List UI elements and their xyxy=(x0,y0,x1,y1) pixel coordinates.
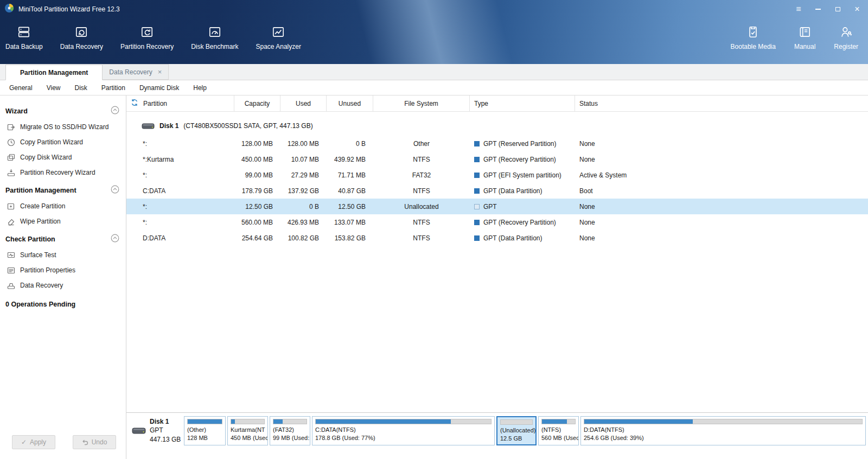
menu-disk[interactable]: Disk xyxy=(68,80,94,95)
disk-header-row[interactable]: Disk 1 (CT480BX500SSD1 SATA, GPT, 447.13… xyxy=(126,116,868,136)
table-row[interactable]: *: 99.00 MB 27.29 MB 71.71 MB FAT32 GPT … xyxy=(126,167,868,183)
register-label: Register xyxy=(834,43,858,50)
disk-map-label: Disk 1 GPT 447.13 GB xyxy=(129,417,184,444)
sidebar-item-surface-test[interactable]: Surface Test xyxy=(0,247,126,263)
menubar: General View Disk Partition Dynamic Disk… xyxy=(0,80,868,95)
menu-general[interactable]: General xyxy=(2,80,40,95)
column-used: Used xyxy=(280,95,327,111)
wipe-partition-icon xyxy=(7,218,15,226)
disk-icon xyxy=(132,426,146,435)
sidebar-item-create-partition[interactable]: Create Partition xyxy=(0,199,126,214)
undo-button[interactable]: Undo xyxy=(73,435,116,449)
app-window: MiniTool Partition Wizard Free 12.3 ≡ × xyxy=(0,0,868,459)
toolbar-left: Data Backup Data Recovery xyxy=(3,22,303,53)
table-row-selected[interactable]: *: 12.50 GB 0 B 12.50 GB Unallocated GPT… xyxy=(126,199,868,214)
partition-type-icon xyxy=(474,157,480,162)
sidebar-item-data-recovery[interactable]: Data Recovery xyxy=(0,278,126,293)
titlebar: MiniTool Partition Wizard Free 12.3 ≡ × xyxy=(0,0,868,18)
table-row[interactable]: D:DATA 254.64 GB 100.82 GB 153.82 GB NTF… xyxy=(126,230,868,246)
tab-partition-management[interactable]: Partition Management xyxy=(5,65,103,80)
partition-block-fat32[interactable]: (FAT32) 99 MB (Used: xyxy=(270,416,310,445)
sidebar-item-copy-disk-wizard[interactable]: Copy Disk Wizard xyxy=(0,150,126,165)
header: MiniTool Partition Wizard Free 12.3 ≡ × xyxy=(0,0,868,64)
partition-type-icon xyxy=(474,220,480,225)
column-unused: Unused xyxy=(327,95,373,111)
apply-button[interactable]: ✓ Apply xyxy=(12,435,55,449)
copy-partition-icon xyxy=(7,138,15,146)
surface-test-icon xyxy=(7,251,15,259)
column-capacity: Capacity xyxy=(234,95,280,111)
sidebar-item-wipe-partition[interactable]: Wipe Partition xyxy=(0,214,126,229)
tab-data-recovery[interactable]: Data Recovery × xyxy=(103,64,169,80)
data-recovery-button[interactable]: Data Recovery xyxy=(58,22,105,53)
tab-label: Data Recovery xyxy=(109,68,152,76)
bootable-media-label: Bootable Media xyxy=(731,43,776,50)
apply-check-icon: ✓ xyxy=(21,438,27,446)
sidebar-item-partition-properties[interactable]: Partition Properties xyxy=(0,263,126,278)
section-check-partition[interactable]: Check Partition xyxy=(0,231,126,247)
table-row[interactable]: *:Kurtarma 450.00 MB 10.07 MB 439.92 MB … xyxy=(126,151,868,167)
menu-partition[interactable]: Partition xyxy=(94,80,132,95)
migrate-os-icon xyxy=(7,123,15,131)
space-analyzer-icon xyxy=(271,24,286,39)
data-recovery-icon xyxy=(74,24,89,39)
section-title: Wizard xyxy=(5,107,28,115)
menu-dynamic-disk[interactable]: Dynamic Disk xyxy=(132,80,186,95)
collapse-icon[interactable] xyxy=(111,185,119,196)
main-panel: Partition Capacity Used Unused File Syst… xyxy=(126,95,868,459)
table-row[interactable]: *: 128.00 MB 128.00 MB 0 B Other GPT (Re… xyxy=(126,136,868,151)
menu-help[interactable]: Help xyxy=(186,80,214,95)
menu-icon[interactable]: ≡ xyxy=(794,5,803,14)
table-row[interactable]: *: 560.00 MB 426.93 MB 133.07 MB NTFS GP… xyxy=(126,214,868,230)
maximize-icon[interactable] xyxy=(833,5,842,14)
sidebar: Wizard Migrate OS to SSD/HD Wizard Copy … xyxy=(0,95,126,459)
partition-recovery-label: Partition Recovery xyxy=(120,43,174,50)
partition-block-ntfs-560[interactable]: (NTFS) 560 MB (Usec xyxy=(538,416,579,445)
menu-view[interactable]: View xyxy=(40,80,68,95)
register-button[interactable]: Register xyxy=(832,22,860,53)
partition-block-unallocated[interactable]: (Unallocated) 12.5 GB xyxy=(496,416,537,445)
collapse-icon[interactable] xyxy=(111,106,119,117)
partition-block-d-data[interactable]: D:DATA(NTFS) 254.6 GB (Used: 39%) xyxy=(580,416,866,445)
refresh-icon[interactable] xyxy=(131,99,138,108)
disk-map-name: Disk 1 xyxy=(150,417,181,426)
disk-benchmark-button[interactable]: Disk Benchmark xyxy=(189,22,240,53)
sidebar-item-copy-partition-wizard[interactable]: Copy Partition Wizard xyxy=(0,135,126,150)
section-title: Check Partition xyxy=(5,235,55,243)
partition-block-other[interactable]: (Other) 128 MB xyxy=(184,416,226,445)
partition-recovery-wizard-icon xyxy=(7,169,15,177)
disk-map-size: 447.13 GB xyxy=(150,435,181,444)
collapse-icon[interactable] xyxy=(111,234,119,245)
partition-properties-icon xyxy=(7,266,15,275)
partition-recovery-icon xyxy=(140,24,155,39)
manual-icon xyxy=(797,24,812,39)
sidebar-buttons: ✓ Apply Undo xyxy=(0,435,126,459)
data-backup-button[interactable]: Data Backup xyxy=(3,22,45,53)
operations-pending-label: 0 Operations Pending xyxy=(0,301,126,308)
data-backup-label: Data Backup xyxy=(5,43,43,50)
partition-recovery-button[interactable]: Partition Recovery xyxy=(118,22,176,53)
partition-block-c-data[interactable]: C:DATA(NTFS) 178.8 GB (Used: 77%) xyxy=(312,416,495,445)
create-partition-icon xyxy=(7,202,15,211)
toolbar: Data Backup Data Recovery xyxy=(0,18,868,64)
section-partition-management[interactable]: Partition Management xyxy=(0,182,126,199)
space-analyzer-label: Space Analyzer xyxy=(256,43,301,50)
manual-label: Manual xyxy=(794,43,815,50)
section-wizard[interactable]: Wizard xyxy=(0,103,126,119)
tab-close-icon[interactable]: × xyxy=(158,68,162,76)
column-file-system: File System xyxy=(373,95,470,111)
disk-name: Disk 1 xyxy=(159,122,178,130)
partition-type-icon xyxy=(474,173,480,178)
manual-button[interactable]: Manual xyxy=(792,22,818,53)
tabbar: Partition Management Data Recovery × xyxy=(0,64,868,80)
close-icon[interactable]: × xyxy=(853,5,861,14)
minimize-icon[interactable] xyxy=(814,5,822,14)
partition-block-kurtarma[interactable]: Kurtarma(NT 450 MB (Usec xyxy=(227,416,268,445)
table-body: Disk 1 (CT480BX500SSD1 SATA, GPT, 447.13… xyxy=(126,112,868,412)
disk-map: Disk 1 GPT 447.13 GB (Other) 128 MB Kurt… xyxy=(126,412,868,448)
sidebar-item-migrate-os[interactable]: Migrate OS to SSD/HD Wizard xyxy=(0,119,126,135)
space-analyzer-button[interactable]: Space Analyzer xyxy=(254,22,303,53)
table-row[interactable]: C:DATA 178.79 GB 137.92 GB 40.87 GB NTFS… xyxy=(126,183,868,199)
bootable-media-button[interactable]: Bootable Media xyxy=(729,22,778,53)
sidebar-item-partition-recovery-wizard[interactable]: Partition Recovery Wizard xyxy=(0,165,126,180)
